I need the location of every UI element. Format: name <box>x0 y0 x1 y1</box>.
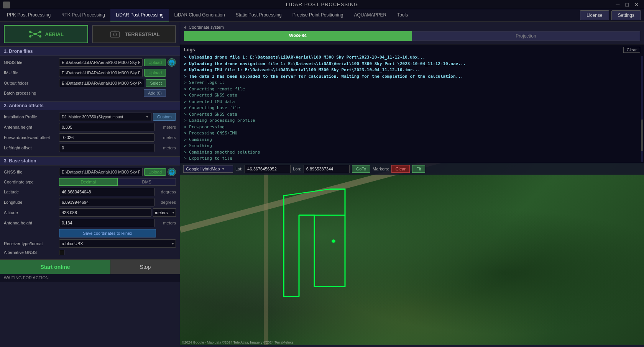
logs-title: Logs <box>184 47 195 52</box>
base-gnss-file-row: GNSS file Upload 🌐 <box>4 168 176 176</box>
map-type-value: GoogleHybridMap <box>186 167 220 171</box>
window-controls: ─ □ ✕ <box>614 2 641 8</box>
imu-upload-button[interactable]: Upload <box>144 69 166 77</box>
coord-type-label: Coordinate type <box>4 180 58 184</box>
main-content: AERIAL TERRESTRIAL 1. Drone files GNSS f… <box>0 22 644 345</box>
base-globe-button[interactable]: 🌐 <box>168 168 176 176</box>
receiver-type-dropdown[interactable]: u-blox UBX RINEX <box>59 239 176 248</box>
leftright-offset-label: Left/right offset <box>4 146 58 150</box>
gnss-file-label: GNSS file <box>4 60 58 65</box>
maximize-button[interactable]: □ <box>624 2 631 8</box>
gnss-file-row: GNSS file Upload 🌐 <box>4 58 176 67</box>
right-panel: 4. Coordinate system WGS-84 Projection L… <box>180 22 644 345</box>
projection-tab[interactable]: Projection <box>412 31 640 41</box>
custom-button[interactable]: Custom <box>153 113 176 121</box>
tab-precise[interactable]: Precise Point Positioning <box>287 9 349 21</box>
stop-button[interactable]: Stop <box>111 260 180 274</box>
antenna-height-base-unit: meters <box>156 221 176 225</box>
gnss-upload-button[interactable]: Upload <box>144 59 166 66</box>
forward-offset-unit: meters <box>156 135 176 140</box>
antenna-offsets-header: 2. Antenna offsets <box>0 101 180 110</box>
tab-static[interactable]: Static Post Processing <box>230 9 287 21</box>
lon-input[interactable] <box>304 165 350 173</box>
alt-gnss-checkbox[interactable] <box>59 250 64 255</box>
map-type-arrow: ▼ <box>222 167 225 171</box>
map-type-dropdown[interactable]: GoogleHybridMap ▼ <box>183 165 233 173</box>
gnss-globe-button[interactable]: 🌐 <box>168 58 176 67</box>
latitude-label: Latitude <box>4 190 58 194</box>
tab-lidar[interactable]: LiDAR Post Processing <box>110 9 169 21</box>
wgs84-tab[interactable]: WGS-84 <box>184 31 412 41</box>
leftright-offset-row: Left/right offset meters <box>4 144 176 152</box>
minimize-button[interactable]: ─ <box>614 2 622 8</box>
base-upload-button[interactable]: Upload <box>144 168 166 176</box>
settings-button[interactable]: Settings <box>611 10 641 20</box>
antenna-height-input[interactable] <box>59 123 154 131</box>
output-folder-input[interactable] <box>59 79 144 87</box>
gnss-file-input[interactable] <box>59 58 143 67</box>
logs-clear-button[interactable]: Clear <box>623 47 640 53</box>
installation-profile-dropdown[interactable]: DJI Matrice 300/350 (Skyport mount) ▼ <box>59 113 151 121</box>
output-folder-row: Output folder Select <box>4 79 176 87</box>
altitude-unit-select[interactable]: meters feet <box>153 208 176 217</box>
output-select-button[interactable]: Select <box>146 79 166 87</box>
leftright-offset-input[interactable] <box>59 144 154 152</box>
svg-rect-9 <box>110 32 120 37</box>
save-coords-button[interactable]: Save coordinates to Rinex <box>59 229 156 237</box>
log-entry: > Uploading IMU file 1: E:\Datasets\LiDA… <box>184 67 640 74</box>
base-gnss-file-input[interactable] <box>59 168 143 176</box>
markers-clear-button[interactable]: Clear <box>391 165 410 173</box>
map-area[interactable]: GoogleHybridMap ▼ Lat: Lon: GoTo Markers… <box>180 163 644 345</box>
close-button[interactable]: ✕ <box>633 2 641 8</box>
imu-file-row: IMU file Upload <box>4 69 176 77</box>
fit-button[interactable]: Fit <box>412 165 425 173</box>
log-entry: > Loading processing profile <box>184 118 640 124</box>
svg-point-7 <box>29 35 31 38</box>
drone-files-header: 1. Drone files <box>0 47 180 56</box>
longitude-input[interactable] <box>59 198 154 206</box>
dropdown-arrow: ▼ <box>145 115 149 119</box>
base-gnss-file-label: GNSS file <box>4 170 58 174</box>
imu-file-label: IMU file <box>4 70 58 75</box>
log-entry: > Uploading drone file 1: E:\Datasets\Li… <box>184 54 640 61</box>
longitude-row: Longitude degrees <box>4 198 176 206</box>
coord-system-bar: 4. Coordinate system WGS-84 Projection <box>180 22 644 44</box>
goto-button[interactable]: GoTo <box>352 165 370 173</box>
antenna-height-base-input[interactable] <box>59 219 154 227</box>
forward-offset-input[interactable] <box>59 133 154 142</box>
bottom-bar: Start online Stop <box>0 259 180 274</box>
longitude-unit: degrees <box>156 200 176 205</box>
logs-content: > Uploading drone file 1: E:\Datasets\Li… <box>184 54 640 163</box>
tab-aqua[interactable]: AQUAMAPPER <box>349 9 392 21</box>
status-bar: WAITING FOR ACTION <box>0 274 180 282</box>
receiver-type-select[interactable]: u-blox UBX RINEX <box>59 239 176 248</box>
logs-scrollbar[interactable] <box>641 56 643 162</box>
svg-point-8 <box>39 35 41 38</box>
altitude-label: Altitude <box>4 210 58 215</box>
batch-add-button[interactable]: Add (0) <box>144 89 166 97</box>
latitude-input[interactable] <box>59 188 154 196</box>
decimal-button[interactable]: Decimal <box>59 178 118 186</box>
tab-cloud[interactable]: LiDAR Cloud Generation <box>169 9 230 21</box>
start-online-button[interactable]: Start online <box>0 260 111 274</box>
tab-tools[interactable]: Tools <box>392 9 413 21</box>
aerial-mode-label: AERIAL <box>45 31 64 37</box>
output-folder-label: Output folder <box>4 81 58 85</box>
tab-ppk[interactable]: PPK Post Processing <box>2 9 56 21</box>
alt-gnss-row: Alternative GNSS <box>4 250 176 255</box>
antenna-height-row: Antenna height meters <box>4 123 176 131</box>
altitude-unit-dropdown[interactable]: meters feet <box>153 208 176 217</box>
terrestrial-mode-button[interactable]: TERRESTRIAL <box>92 25 176 43</box>
latitude-unit: degress <box>156 190 176 194</box>
tab-rtk[interactable]: RTK Post Processing <box>56 9 110 21</box>
drone-files-section: GNSS file Upload 🌐 IMU file Upload Outpu… <box>0 56 180 101</box>
base-station-header: 3. Base station <box>0 156 180 165</box>
dms-button[interactable]: DMS <box>118 178 176 186</box>
save-coords-row: Save coordinates to Rinex <box>4 229 176 237</box>
altitude-input[interactable] <box>59 208 151 217</box>
imu-file-input[interactable] <box>59 69 143 77</box>
license-button[interactable]: License <box>580 10 609 20</box>
aerial-mode-button[interactable]: AERIAL <box>4 25 88 43</box>
lat-input[interactable] <box>245 165 291 173</box>
log-entry: > Pre-processing <box>184 124 640 131</box>
